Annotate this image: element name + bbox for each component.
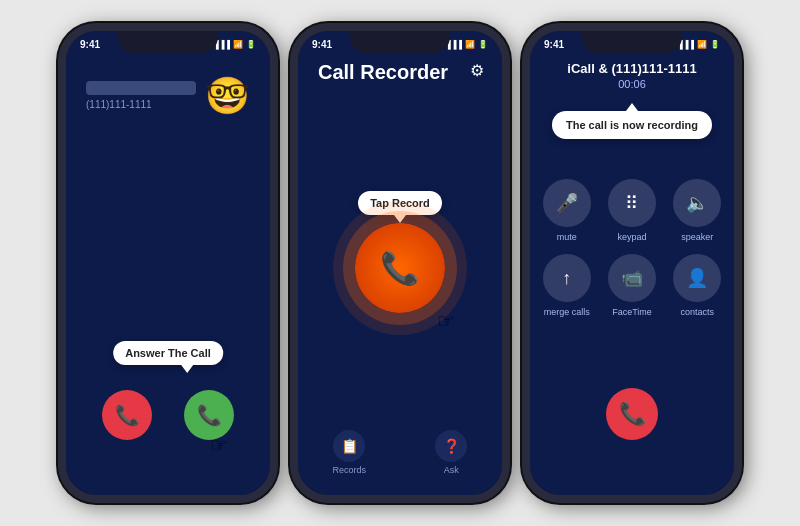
phone1-screen: 9:41 ▐▐▐ 📶 🔋 (111)111-1111 🤓 Answer The … bbox=[66, 31, 270, 495]
merge-calls-button[interactable]: ↑ merge calls bbox=[540, 254, 593, 317]
caller-number: (111)111-1111 bbox=[86, 99, 152, 110]
wifi-icon: 📶 bbox=[233, 40, 243, 49]
recording-tooltip: The call is now recording bbox=[552, 111, 712, 139]
caller-name-placeholder bbox=[86, 81, 196, 95]
merge-label: merge calls bbox=[544, 307, 590, 317]
mute-label: mute bbox=[557, 232, 577, 242]
tab-records-label: Records bbox=[333, 465, 367, 475]
speaker-button[interactable]: 🔈 speaker bbox=[671, 179, 724, 242]
call-timer: 00:06 bbox=[530, 78, 734, 90]
gear-icon[interactable]: ⚙ bbox=[470, 61, 484, 80]
wifi-icon3: 📶 bbox=[697, 40, 707, 49]
phone3-wrapper: 9:41 ▐▐▐ 📶 🔋 iCall & (111)111-1111 00:06… bbox=[522, 23, 742, 503]
phone3-screen: 9:41 ▐▐▐ 📶 🔋 iCall & (111)111-1111 00:06… bbox=[530, 31, 734, 495]
phone2-status-icons: ▐▐▐ 📶 🔋 bbox=[445, 40, 488, 49]
tap-record-tooltip: Tap Record bbox=[358, 191, 442, 215]
decline-button[interactable]: 📞 bbox=[102, 390, 152, 440]
end-call-button[interactable]: 📞 bbox=[606, 388, 658, 440]
facetime-icon: 📹 bbox=[608, 254, 656, 302]
recorder-header: Call Recorder bbox=[318, 61, 482, 84]
contacts-button[interactable]: 👤 contacts bbox=[671, 254, 724, 317]
speaker-label: speaker bbox=[681, 232, 713, 242]
phone1-frame: 9:41 ▐▐▐ 📶 🔋 (111)111-1111 🤓 Answer The … bbox=[58, 23, 278, 503]
phone1-status-icons: ▐▐▐ 📶 🔋 bbox=[213, 40, 256, 49]
call-controls-grid: 🎤 mute ⠿ keypad 🔈 speaker ↑ merge calls bbox=[540, 179, 724, 317]
keypad-button[interactable]: ⠿ keypad bbox=[605, 179, 658, 242]
phone1-notch bbox=[118, 31, 218, 53]
phone3-time: 9:41 bbox=[544, 39, 564, 50]
tab-ask-label: Ask bbox=[444, 465, 459, 475]
hand-cursor-icon: ☞ bbox=[210, 433, 228, 457]
phone2-notch bbox=[350, 31, 450, 53]
hand-cursor2-icon: ☞ bbox=[437, 309, 455, 333]
mute-icon: 🎤 bbox=[543, 179, 591, 227]
active-call-header: iCall & (111)111-1111 00:06 bbox=[530, 61, 734, 90]
battery-icon3: 🔋 bbox=[710, 40, 720, 49]
mute-button[interactable]: 🎤 mute bbox=[540, 179, 593, 242]
keypad-icon: ⠿ bbox=[608, 179, 656, 227]
contacts-label: contacts bbox=[681, 307, 715, 317]
phone2-wrapper: 9:41 ▐▐▐ 📶 🔋 Call Recorder ⚙ Tap Record … bbox=[290, 23, 510, 503]
ask-icon: ❓ bbox=[435, 430, 467, 462]
record-phone-icon: 📞 bbox=[380, 249, 420, 287]
facetime-button[interactable]: 📹 FaceTime bbox=[605, 254, 658, 317]
records-icon: 📋 bbox=[333, 430, 365, 462]
app-container: 9:41 ▐▐▐ 📶 🔋 (111)111-1111 🤓 Answer The … bbox=[0, 0, 800, 526]
tab-ask[interactable]: ❓ Ask bbox=[435, 430, 467, 475]
phone2-screen: 9:41 ▐▐▐ 📶 🔋 Call Recorder ⚙ Tap Record … bbox=[298, 31, 502, 495]
battery-icon2: 🔋 bbox=[478, 40, 488, 49]
battery-icon: 🔋 bbox=[246, 40, 256, 49]
bottom-tabs: 📋 Records ❓ Ask bbox=[298, 430, 502, 475]
phone3-frame: 9:41 ▐▐▐ 📶 🔋 iCall & (111)111-1111 00:06… bbox=[522, 23, 742, 503]
tab-records[interactable]: 📋 Records bbox=[333, 430, 367, 475]
record-button-area: Tap Record 📞 ☞ bbox=[355, 191, 445, 313]
call-buttons: 📞 📞 bbox=[66, 390, 270, 440]
icall-title: iCall & (111)111-1111 bbox=[530, 61, 734, 76]
keypad-label: keypad bbox=[617, 232, 646, 242]
speaker-icon: 🔈 bbox=[673, 179, 721, 227]
phone3-notch bbox=[582, 31, 682, 53]
phone2-frame: 9:41 ▐▐▐ 📶 🔋 Call Recorder ⚙ Tap Record … bbox=[290, 23, 510, 503]
merge-icon: ↑ bbox=[543, 254, 591, 302]
contacts-icon: 👤 bbox=[673, 254, 721, 302]
phone2-time: 9:41 bbox=[312, 39, 332, 50]
facetime-label: FaceTime bbox=[612, 307, 652, 317]
phone1-time: 9:41 bbox=[80, 39, 100, 50]
phone3-status-icons: ▐▐▐ 📶 🔋 bbox=[677, 40, 720, 49]
phone1-wrapper: 9:41 ▐▐▐ 📶 🔋 (111)111-1111 🤓 Answer The … bbox=[58, 23, 278, 503]
wifi-icon2: 📶 bbox=[465, 40, 475, 49]
record-button[interactable]: 📞 ☞ bbox=[355, 223, 445, 313]
caller-emoji: 🤓 bbox=[205, 75, 250, 117]
recorder-title: Call Recorder bbox=[318, 61, 448, 83]
answer-tooltip: Answer The Call bbox=[113, 341, 223, 365]
